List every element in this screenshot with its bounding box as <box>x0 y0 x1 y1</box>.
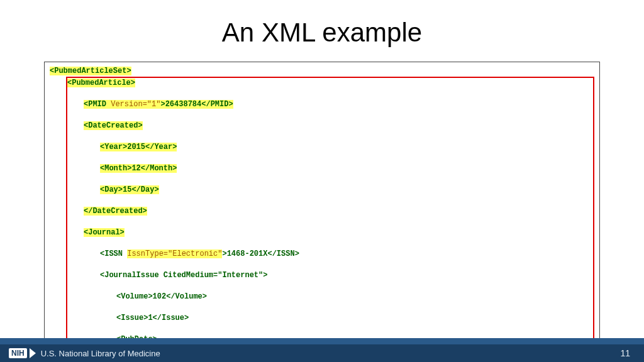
xml-pmid-open: <PMID <box>84 100 111 109</box>
page-number: 11 <box>620 348 630 358</box>
slide-title: An XML example <box>0 0 644 48</box>
xml-root-open: <PubmedArticleSet> <box>50 67 131 75</box>
footer-org: U.S. National Library of Medicine <box>41 349 160 358</box>
xml-journal-open: <Journal> <box>84 228 125 237</box>
xml-journalissue-open: <JournalIssue CitedMedium="Internet"> <box>100 271 267 280</box>
nih-logo: NIH <box>9 348 27 358</box>
xml-datecreated-open: <DateCreated> <box>84 121 143 130</box>
xml-datecreated-close: </DateCreated> <box>84 207 147 216</box>
xml-dc-year: <Year>2015</Year> <box>100 143 177 151</box>
xml-pmid-attr: Version="1" <box>111 100 160 109</box>
xml-volume: <Volume>102</Volume> <box>116 292 207 301</box>
xml-issn-attr: IssnType="Electronic" <box>127 250 222 258</box>
slide-footer: NIH U.S. National Library of Medicine 11 <box>0 338 644 362</box>
xml-issue: <Issue>1</Issue> <box>116 314 189 322</box>
xml-code-block: <PubmedArticleSet> <PubmedArticle> <PMID… <box>44 62 600 362</box>
xml-issn-rest: >1468-201X</ISSN> <box>222 250 299 258</box>
xml-dc-month: <Month>12</Month> <box>100 164 177 173</box>
nih-badge: NIH U.S. National Library of Medicine <box>9 348 160 358</box>
highlighted-article-box: <PubmedArticle> <PMID Version="1">264387… <box>66 77 594 362</box>
xml-dc-day: <Day>15</Day> <box>100 185 159 194</box>
xml-pmid-rest: >26438784</PMID> <box>160 100 233 109</box>
xml-article-open: <PubmedArticle> <box>67 79 135 87</box>
chevron-right-icon <box>30 348 36 358</box>
xml-issn-open: <ISSN <box>100 250 127 258</box>
